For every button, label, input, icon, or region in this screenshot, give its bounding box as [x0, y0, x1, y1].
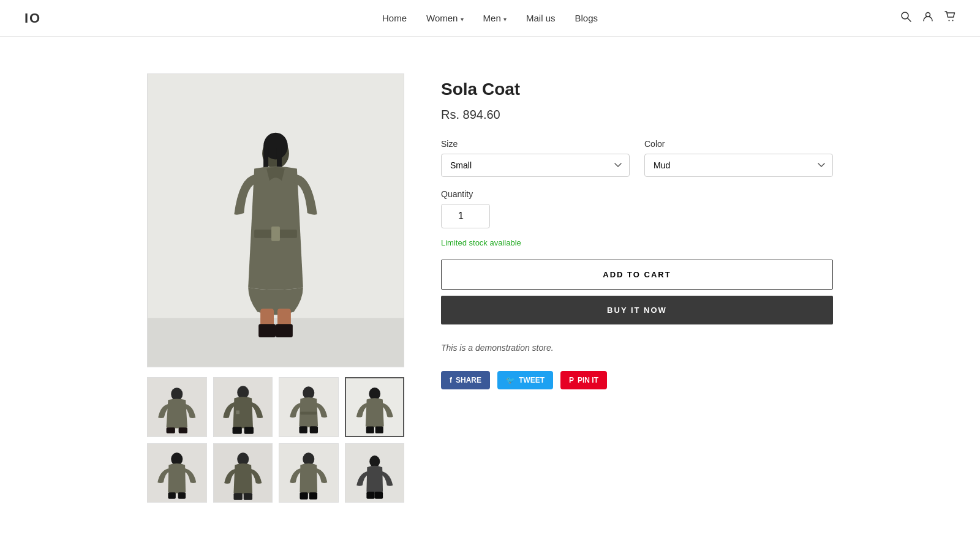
svg-rect-37	[168, 492, 175, 499]
svg-rect-19	[167, 427, 175, 433]
svg-point-3	[949, 20, 950, 21]
tweet-label: TWEET	[519, 376, 545, 384]
svg-rect-29	[299, 426, 307, 433]
thumbnail-5[interactable]	[147, 443, 207, 503]
site-logo[interactable]: IO	[24, 10, 41, 26]
thumbnail-row-2	[147, 443, 404, 503]
svg-point-48	[369, 455, 380, 467]
svg-rect-30	[310, 426, 318, 433]
twitter-icon: 🐦	[506, 376, 515, 384]
nav-home[interactable]: Home	[382, 13, 407, 23]
stock-notice: Limited stock available	[441, 238, 833, 247]
nav-mail-us[interactable]: Mail us	[526, 13, 556, 23]
svg-rect-16	[276, 324, 293, 337]
svg-rect-24	[232, 427, 241, 433]
svg-rect-50	[374, 492, 382, 498]
svg-rect-49	[366, 492, 374, 498]
svg-rect-33	[366, 427, 374, 433]
nav-women[interactable]: Women ▾	[426, 13, 464, 23]
svg-line-1	[908, 18, 911, 21]
thumbnail-8[interactable]	[345, 443, 405, 503]
svg-rect-28	[300, 411, 317, 414]
social-share-buttons: f SHARE 🐦 TWEET P PIN IT	[441, 371, 833, 389]
search-icon[interactable]	[900, 11, 911, 25]
product-images	[147, 73, 404, 503]
svg-rect-23	[236, 410, 239, 414]
color-label: Color	[644, 139, 833, 149]
size-option-group: Size Small Medium Large XL	[441, 139, 630, 177]
nav-men-label: Men	[483, 13, 501, 23]
nav-men[interactable]: Men ▾	[483, 13, 507, 23]
svg-rect-25	[244, 427, 253, 433]
svg-point-4	[952, 20, 954, 21]
product-price: Rs. 894.60	[441, 108, 833, 122]
color-select[interactable]: Mud Black Grey Navy	[644, 154, 833, 177]
demo-notice: This is a demonstration store.	[441, 343, 833, 353]
svg-rect-42	[243, 493, 252, 500]
main-nav: Home Women ▾ Men ▾ Mail us Blogs	[382, 13, 598, 23]
thumbnail-7[interactable]	[279, 443, 339, 503]
svg-rect-15	[258, 324, 276, 337]
twitter-tweet-button[interactable]: 🐦 TWEET	[497, 371, 553, 389]
main-product-image	[147, 73, 404, 367]
header-icons	[900, 11, 956, 25]
svg-rect-34	[375, 427, 383, 433]
cart-icon[interactable]	[944, 11, 956, 25]
options-row: Size Small Medium Large XL Color Mud Bla…	[441, 139, 833, 177]
chevron-down-icon: ▾	[461, 16, 464, 23]
svg-rect-12	[271, 227, 280, 241]
svg-point-18	[171, 388, 183, 400]
quantity-label: Quantity	[441, 189, 833, 199]
pinterest-pin-button[interactable]: P PIN IT	[560, 371, 607, 389]
product-layout: Sola Coat Rs. 894.60 Size Small Medium L…	[147, 73, 833, 503]
thumbnail-4[interactable]	[345, 377, 405, 437]
pin-label: PIN IT	[578, 376, 598, 384]
add-to-cart-button[interactable]: ADD TO CART	[441, 260, 833, 290]
product-page: Sola Coat Rs. 894.60 Size Small Medium L…	[123, 37, 858, 527]
facebook-share-button[interactable]: f SHARE	[441, 371, 490, 389]
thumbnail-6[interactable]	[213, 443, 273, 503]
svg-rect-6	[148, 318, 404, 367]
svg-rect-45	[300, 492, 307, 499]
pinterest-icon: P	[569, 376, 574, 384]
share-label: SHARE	[456, 376, 481, 384]
thumbnail-1[interactable]	[147, 377, 207, 437]
facebook-icon: f	[450, 376, 452, 384]
buy-now-button[interactable]: BUY IT NOW	[441, 296, 833, 324]
nav-women-label: Women	[426, 13, 458, 23]
svg-rect-20	[179, 427, 187, 433]
account-icon[interactable]	[922, 11, 933, 25]
thumbnail-2[interactable]	[213, 377, 273, 437]
size-label: Size	[441, 139, 630, 149]
site-header: IO Home Women ▾ Men ▾ Mail us Blogs	[0, 0, 980, 37]
svg-rect-41	[233, 493, 242, 500]
svg-rect-46	[309, 492, 317, 499]
svg-rect-10	[277, 148, 282, 169]
size-select[interactable]: Small Medium Large XL	[441, 154, 630, 177]
product-title: Sola Coat	[441, 80, 833, 99]
product-info: Sola Coat Rs. 894.60 Size Small Medium L…	[441, 73, 833, 389]
thumbnail-row-1	[147, 377, 404, 437]
chevron-down-icon: ▾	[503, 16, 507, 23]
color-option-group: Color Mud Black Grey Navy	[644, 139, 833, 177]
quantity-input[interactable]	[441, 204, 490, 228]
svg-rect-38	[178, 492, 186, 499]
thumbnail-3[interactable]	[279, 377, 339, 437]
svg-point-0	[902, 12, 908, 19]
nav-blogs[interactable]: Blogs	[575, 13, 598, 23]
quantity-group: Quantity	[441, 189, 833, 228]
